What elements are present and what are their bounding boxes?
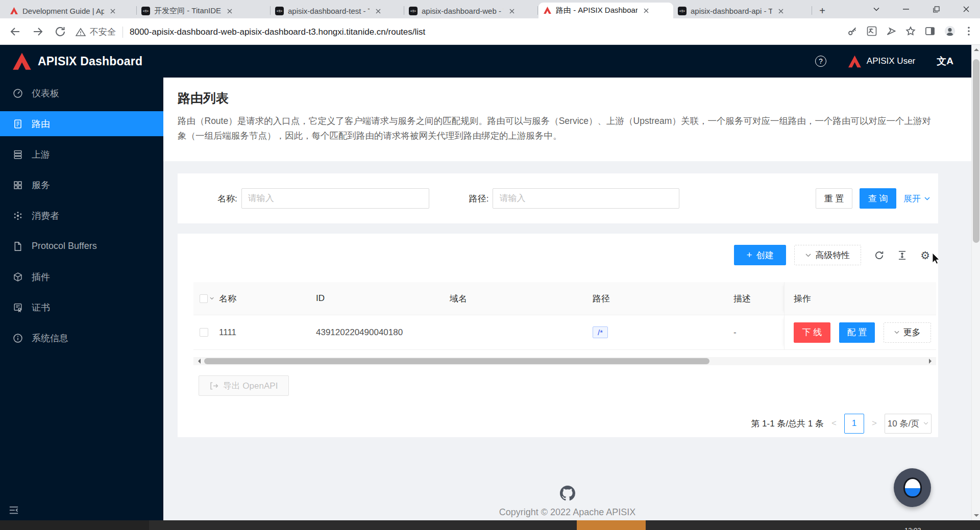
sidebar-item-services[interactable]: 服务 [0,172,163,197]
advanced-features-button[interactable]: 高级特性 [794,245,861,265]
settings-gear-icon[interactable]: ⚙ [920,250,930,260]
browser-tab[interactable]: <t> 开发空间 - TitanIDE [137,4,270,18]
brand: APISIX Dashboard [12,52,142,70]
row-checkbox[interactable] [200,328,208,337]
site-security-chip[interactable]: 不安全 8000-apisix-dashboard-web-apisix-das… [76,26,425,38]
back-icon[interactable] [9,26,21,38]
sidebar-collapse-icon[interactable] [8,505,19,515]
scroll-up-arrow[interactable] [974,48,979,51]
configure-button[interactable]: 配 置 [839,322,875,343]
assistant-widget[interactable] [894,468,931,507]
horizontal-scrollbar[interactable] [193,357,936,365]
prev-page-button[interactable]: < [828,418,840,428]
horizontal-scrollbar-thumb[interactable] [204,358,709,364]
tab-close-icon[interactable] [225,7,234,16]
certificate-icon [13,302,23,313]
sidebar-item-routes[interactable]: 路由 [0,111,163,136]
more-button[interactable]: 更多 [884,322,931,343]
sidebar-item-upstream[interactable]: 上游 [0,142,163,167]
tab-close-icon[interactable] [374,7,383,16]
density-icon[interactable] [897,250,907,260]
language-switch-icon[interactable]: 文A [937,55,953,68]
reload-icon[interactable] [54,26,66,38]
taskbar-clock: 12:03 [904,526,921,530]
sidebar-item-label: Protocol Buffers [32,241,97,251]
browser-tab[interactable]: <t> apisix-dashboard-web - T [404,4,537,18]
browser-menu-icon[interactable] [965,27,973,36]
forward-icon[interactable] [32,26,44,38]
user-menu[interactable]: APISIX User [848,55,915,68]
advanced-label: 高级特性 [815,249,850,261]
search-button[interactable]: 查 询 [860,188,896,209]
vertical-scrollbar-thumb[interactable] [973,59,979,243]
scroll-left-arrow[interactable] [195,359,201,364]
pagination: 第 1-1 条/总共 1 条 < 1 > 10 条/页 [751,413,932,434]
column-header-desc: 描述 [728,293,784,305]
chevron-down-icon [924,197,930,200]
url-text[interactable]: 8000-apisix-dashboard-web-apisix-dashboa… [130,27,425,37]
routes-icon [13,119,23,129]
file-icon [13,241,23,251]
tab-close-icon[interactable] [642,6,651,15]
sidebar-item-plugins[interactable]: 插件 [0,264,163,289]
browser-tab-strip: Development Guide | Apa <t> 开发空间 - Titan… [0,0,980,18]
tab-close-icon[interactable] [776,7,786,16]
name-filter-input[interactable] [241,188,429,209]
expand-toggle[interactable]: 展开 [903,193,930,205]
page-number[interactable]: 1 [844,414,864,434]
offline-button[interactable]: 下 线 [794,322,830,343]
selection-chevron-icon[interactable] [210,297,214,300]
export-openapi-button[interactable]: 导出 OpenAPI [199,375,289,396]
refresh-icon[interactable] [874,250,884,260]
windows-taskbar: 12:03 [0,520,980,530]
sidebar-item-ssl[interactable]: 证书 [0,295,163,320]
scroll-down-arrow[interactable] [974,514,979,517]
password-key-icon[interactable] [847,26,857,36]
reset-button[interactable]: 重 置 [816,188,852,209]
profile-avatar[interactable] [944,26,955,37]
sidebar-item-protocol-buffers[interactable]: Protocol Buffers [0,234,163,259]
apisix-logo [12,52,32,70]
taskbar-active-app [577,520,646,530]
sidebar-item-system-info[interactable]: 系统信息 [0,325,163,350]
sidebar-item-consumers[interactable]: 消费者 [0,203,163,228]
assistant-bowl-icon [903,477,922,498]
share-icon[interactable] [886,26,896,36]
github-icon[interactable] [560,486,575,501]
browser-tab[interactable]: <t> apisix-dashboard-test - Ti [271,4,403,18]
sidebar-item-dashboard[interactable]: 仪表板 [0,81,163,106]
window-minimize-button[interactable] [898,2,914,16]
browser-tab-active[interactable]: 路由 - APISIX Dashboard [538,3,673,18]
tab-close-icon[interactable] [108,7,117,16]
more-label: 更多 [903,326,921,338]
page-size-select[interactable]: 10 条/页 [885,414,932,434]
row-id: 439120220490040180 [311,327,445,338]
bookmark-star-icon[interactable] [905,26,916,36]
toolbar-actions [847,26,973,37]
window-close-button[interactable] [959,2,974,16]
browser-tab[interactable]: <t> apisix-dashboard-api - Ti [673,4,808,18]
new-tab-button[interactable]: + [816,4,829,17]
sidebar-item-label: 系统信息 [32,332,68,344]
scroll-right-arrow[interactable] [929,359,934,364]
create-button[interactable]: + 创建 [734,245,786,265]
tab-close-icon[interactable] [507,7,517,16]
select-all-checkbox[interactable] [200,294,208,303]
tab-search-chevron-icon[interactable] [869,2,884,16]
side-panel-icon[interactable] [925,26,935,36]
sidebar-item-label: 仪表板 [32,87,59,99]
url-divider [122,27,123,38]
table-card: + 创建 高级特性 ⚙ 名称 ID 域名 路径 描述 [178,234,938,437]
next-page-button[interactable]: > [869,418,880,428]
pagination-total: 第 1-1 条/总共 1 条 [751,418,824,430]
help-icon[interactable]: ? [815,56,826,67]
path-tag: /* [593,326,608,338]
window-restore-button[interactable] [928,2,944,16]
tab-title: apisix-dashboard-test - Ti [288,7,370,15]
titanide-favicon: <t> [678,7,687,15]
vertical-scrollbar[interactable] [971,45,980,520]
translate-page-icon[interactable] [867,26,877,36]
path-filter-input[interactable] [493,188,679,209]
column-header-id: ID [311,293,445,304]
browser-tab[interactable]: Development Guide | Apa [5,4,136,18]
